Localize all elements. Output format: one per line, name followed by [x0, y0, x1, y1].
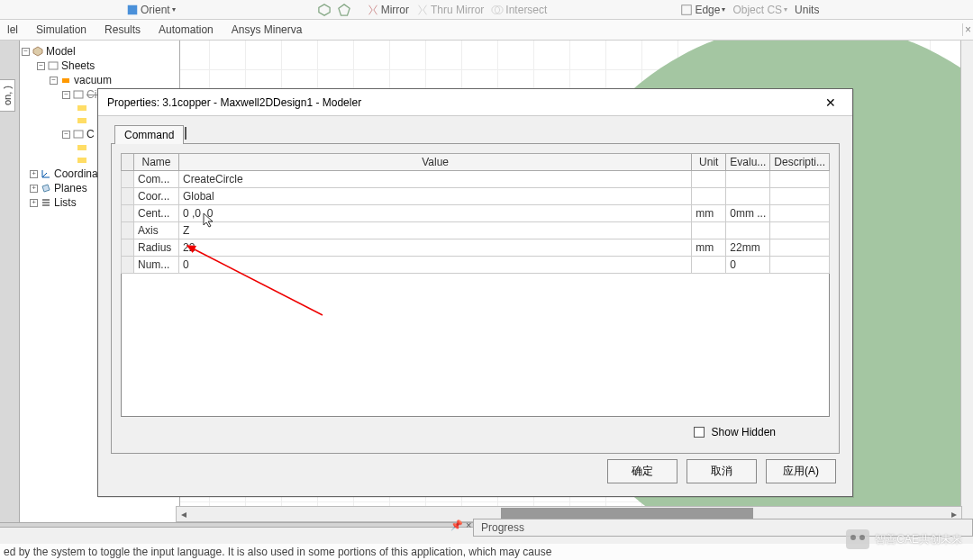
svg-rect-13 — [77, 145, 86, 150]
svg-marker-1 — [319, 4, 330, 14]
orient-button[interactable]: Orient▾ — [126, 4, 176, 16]
svg-marker-6 — [33, 47, 42, 56]
properties-dialog: Properties: 3.1copper - Maxwell2DDesign1… — [97, 88, 853, 497]
col-eval[interactable]: Evalu... — [726, 154, 770, 171]
pentagon-icon[interactable] — [338, 4, 350, 16]
table-row[interactable]: Radius22mm22mm — [122, 239, 830, 257]
show-hidden-checkbox[interactable] — [694, 427, 705, 438]
pin-icon[interactable]: 📌 × — [450, 519, 471, 531]
wechat-icon — [846, 529, 869, 549]
thru-mirror-button[interactable]: Thru Mirror — [416, 4, 484, 16]
table-row[interactable]: Com...CreateCircle — [122, 171, 830, 188]
col-desc[interactable]: Descripti... — [770, 154, 830, 171]
cancel-button[interactable]: 取消 — [687, 459, 757, 483]
panel-close-icon[interactable]: × — [962, 23, 973, 36]
menu-bar: lel Simulation Results Automation Ansys … — [0, 20, 973, 41]
svg-rect-5 — [682, 5, 692, 14]
cursor-icon — [203, 212, 215, 229]
menu-results[interactable]: Results — [105, 23, 141, 36]
svg-rect-17 — [42, 204, 50, 206]
caret-icon — [185, 127, 186, 140]
tree-item-vacuum[interactable]: − vacuum — [22, 73, 177, 87]
svg-rect-8 — [62, 78, 69, 83]
left-tab-strip: on, ) — [0, 41, 20, 524]
hexagon-icon[interactable] — [318, 4, 331, 16]
apply-button[interactable]: 应用(A) — [766, 459, 836, 483]
dialog-title-text: Properties: 3.1copper - Maxwell2DDesign1… — [107, 96, 361, 109]
status-bar: ed by the system to toggle the input lan… — [0, 544, 973, 560]
left-tab[interactable]: on, ) — [0, 79, 15, 112]
table-row[interactable]: Num...00 — [122, 257, 830, 274]
tab-command[interactable]: Command — [114, 125, 184, 144]
mirror-button[interactable]: Mirror — [367, 4, 409, 16]
properties-table: Name Value Unit Evalu... Descripti... Co… — [121, 153, 830, 274]
svg-rect-10 — [77, 105, 86, 111]
intersect-button[interactable]: Intersect — [491, 4, 547, 16]
svg-rect-9 — [74, 91, 83, 98]
show-hidden-label: Show Hidden — [712, 426, 776, 438]
scroll-left-icon[interactable]: ◂ — [177, 507, 191, 521]
svg-marker-2 — [339, 4, 350, 14]
svg-rect-12 — [74, 131, 83, 138]
menu-automation[interactable]: Automation — [159, 23, 214, 36]
table-row[interactable]: Cent...0 ,0 ,0mm0mm ... — [122, 205, 830, 222]
tree-item-model[interactable]: − Model — [22, 44, 177, 59]
dialog-titlebar[interactable]: Properties: 3.1copper - Maxwell2DDesign1… — [98, 89, 852, 116]
svg-rect-11 — [77, 118, 86, 123]
table-empty-area — [121, 274, 830, 417]
menu-model[interactable]: lel — [7, 23, 18, 36]
ribbon-toolbar: Orient▾ Mirror Thru Mirror Intersect Edg… — [0, 0, 973, 20]
col-value[interactable]: Value — [179, 154, 692, 171]
table-row[interactable]: Coor...Global — [122, 188, 830, 205]
objectcs-button[interactable]: Object CS▾ — [732, 4, 787, 16]
svg-rect-14 — [77, 158, 86, 163]
col-selector[interactable] — [122, 154, 134, 171]
svg-rect-15 — [42, 199, 50, 201]
svg-rect-0 — [128, 5, 138, 14]
tree-item-sheets[interactable]: − Sheets — [22, 59, 177, 73]
ok-button[interactable]: 确定 — [607, 459, 677, 483]
watermark: 智善CAE共创未来 — [846, 529, 962, 549]
col-name[interactable]: Name — [134, 154, 179, 171]
menu-simulation[interactable]: Simulation — [36, 23, 86, 36]
units-button[interactable]: Units — [795, 4, 819, 16]
edge-button[interactable]: Edge▾ — [680, 4, 725, 16]
vertical-scrollbar[interactable] — [960, 41, 973, 524]
col-unit[interactable]: Unit — [692, 154, 726, 171]
svg-rect-7 — [49, 62, 58, 69]
menu-minerva[interactable]: Ansys Minerva — [232, 23, 303, 36]
close-icon[interactable]: ✕ — [818, 95, 843, 110]
svg-rect-16 — [42, 202, 50, 203]
table-row[interactable]: AxisZ — [122, 222, 830, 239]
